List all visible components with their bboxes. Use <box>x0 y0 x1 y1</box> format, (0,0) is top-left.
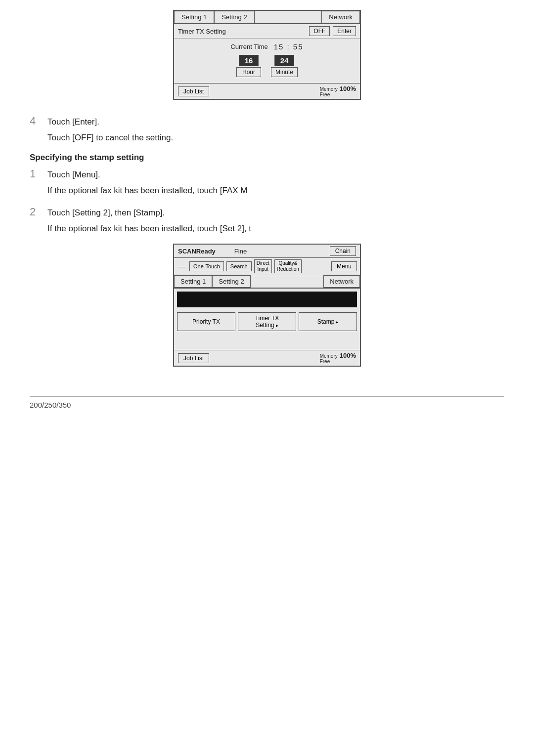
screen2-tab2[interactable]: Setting 2 <box>212 275 250 288</box>
screen2-spacer <box>174 335 360 350</box>
screen1-tab2[interactable]: Setting 2 <box>214 11 254 23</box>
screen2-btn-quality[interactable]: Quality& Reduction <box>274 259 302 273</box>
step2-text: Touch [Setting 2], then [Stamp]. <box>47 206 165 219</box>
step2-number: 2 <box>30 206 41 218</box>
screen2-fine: Fine <box>234 248 247 255</box>
screen2-dark-bar <box>177 292 357 307</box>
screen2-memory-pct: 100% <box>340 352 356 359</box>
hour-label: Hour <box>236 67 261 77</box>
screen1-tabs: Setting 1 Setting 2 Network <box>174 11 360 24</box>
current-time-value: 15 : 55 <box>274 42 304 51</box>
screen2-btn-timer-tx[interactable]: Timer TX Setting <box>238 312 296 331</box>
screen2-chain-btn[interactable]: Chain <box>330 246 356 256</box>
hour-value[interactable]: 16 <box>239 55 259 66</box>
step2-line: 2 Touch [Setting 2], then [Stamp]. <box>30 206 504 219</box>
screen2-btn-stamp[interactable]: Stamp <box>299 312 357 331</box>
screen2-memory: Memory Free 100% <box>320 352 356 364</box>
instruction-step2: 2 Touch [Setting 2], then [Stamp]. If th… <box>30 206 504 235</box>
screen2-footer: Job List Memory Free 100% <box>174 350 360 366</box>
screen1-header: Timer TX Setting OFF Enter <box>174 24 360 39</box>
page-content: Setting 1 Setting 2 Network Timer TX Set… <box>0 0 534 429</box>
step2-sub: If the optional fax kit has been install… <box>47 222 504 235</box>
screen1-memory-pct: 100% <box>340 85 356 92</box>
screen1-memory: Memory Free 100% <box>320 85 356 97</box>
screen1-tab1[interactable]: Setting 1 <box>174 11 214 23</box>
step1-number: 1 <box>30 168 41 180</box>
screen2-tab1[interactable]: Setting 1 <box>174 275 212 288</box>
screen2-btn-direct-input[interactable]: Direct Input <box>254 259 272 273</box>
page-number: 200/250/350 <box>30 401 71 409</box>
step1-text: Touch [Menu]. <box>47 168 100 181</box>
page-footer: 200/250/350 <box>30 396 504 410</box>
minute-label: Minute <box>271 67 298 77</box>
screen2-job-list-btn[interactable]: Job List <box>178 353 209 363</box>
screen1-memory-label: Memory Free <box>320 86 338 97</box>
step4-number: 4 <box>30 115 41 127</box>
screen2-btn-onetouch[interactable]: One-Touch <box>189 261 224 271</box>
device-screen-2: SCANReady Fine Chain — One-Touch Search … <box>173 244 361 367</box>
screen2-tabs: Setting 1 Setting 2 Network <box>174 275 360 289</box>
screen1-btn-off[interactable]: OFF <box>309 26 330 36</box>
device-screen-1: Setting 1 Setting 2 Network Timer TX Set… <box>173 10 361 100</box>
screen2-btn-search[interactable]: Search <box>226 261 252 271</box>
screen2-tab-network[interactable]: Network <box>323 275 360 288</box>
screen1-title: Timer TX Setting <box>178 28 306 35</box>
hour-input-box: 16 Hour <box>236 55 261 77</box>
section-specifying-title: Specifying the stamp setting <box>30 153 504 163</box>
screen1-job-list-btn[interactable]: Job List <box>178 86 209 96</box>
step4-line: 4 Touch [Enter]. <box>30 115 504 128</box>
time-input-group: 16 Hour 24 Minute <box>179 55 355 77</box>
instruction-step1: 1 Touch [Menu]. If the optional fax kit … <box>30 168 504 197</box>
screen2-dash: — <box>177 261 187 271</box>
step4-sub: Touch [OFF] to cancel the setting. <box>47 131 504 144</box>
screen2-toolbar: — One-Touch Search Direct Input Quality&… <box>174 258 360 275</box>
screen1-footer: Job List Memory Free 100% <box>174 83 360 99</box>
step4-text: Touch [Enter]. <box>47 115 99 128</box>
step1-line: 1 Touch [Menu]. <box>30 168 504 181</box>
screen2-btn-menu[interactable]: Menu <box>331 261 357 271</box>
screen1-btn-enter[interactable]: Enter <box>333 26 356 36</box>
minute-value[interactable]: 24 <box>274 55 294 66</box>
minute-input-box: 24 Minute <box>271 55 298 77</box>
screen2-actions-row: Priority TX Timer TX Setting Stamp <box>174 310 360 335</box>
instruction-step4: 4 Touch [Enter]. Touch [OFF] to cancel t… <box>30 115 504 144</box>
screen1-body: Current Time 15 : 55 16 Hour 24 Minute <box>174 39 360 83</box>
screen2-btn-priority-tx[interactable]: Priority TX <box>177 312 235 331</box>
screen2-top-bar: SCANReady Fine Chain <box>174 245 360 258</box>
screen2-memory-label: Memory Free <box>320 353 338 364</box>
current-time-row: Current Time 15 : 55 <box>179 42 355 51</box>
current-time-label: Current Time <box>230 43 267 50</box>
screen2-scanready: SCANReady <box>178 248 216 255</box>
step1-sub: If the optional fax kit has been install… <box>47 184 504 197</box>
screen1-tab-network[interactable]: Network <box>321 11 360 23</box>
